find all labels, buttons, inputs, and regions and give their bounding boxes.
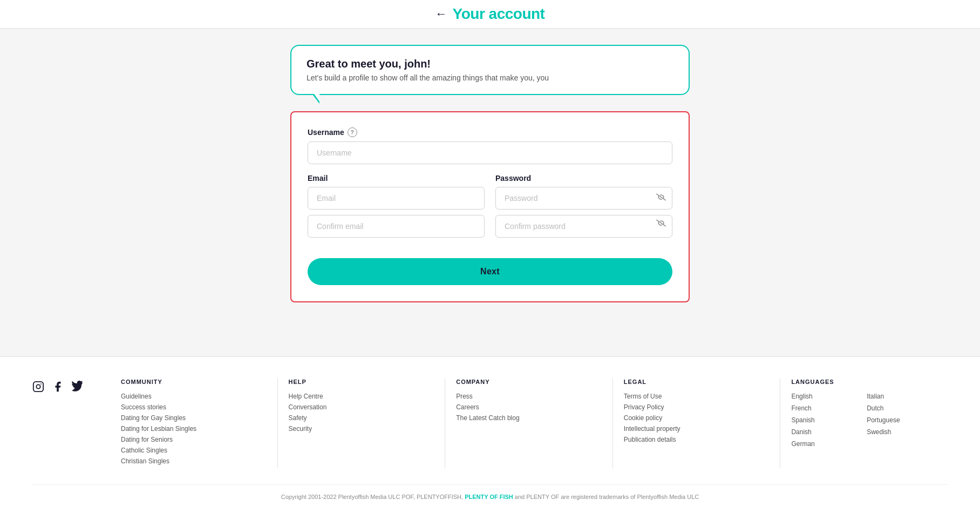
lang-italian[interactable]: Italian	[867, 393, 937, 400]
footer-link-blog[interactable]: The Latest Catch blog	[456, 414, 602, 422]
footer-columns: COMMUNITY Guidelines Success stories Dat…	[110, 379, 948, 468]
confirm-password-toggle-icon[interactable]	[656, 219, 666, 229]
email-input[interactable]	[308, 187, 485, 210]
page-title: Your account	[453, 5, 545, 23]
email-label: Email	[308, 174, 485, 183]
lang-dutch[interactable]: Dutch	[867, 404, 937, 412]
next-button[interactable]: Next	[308, 258, 672, 285]
legal-column: LEGAL Terms of Use Privacy Policy Cookie…	[613, 379, 781, 468]
svg-point-2	[40, 383, 42, 384]
twitter-icon[interactable]	[71, 381, 83, 396]
footer-link-guidelines[interactable]: Guidelines	[121, 393, 267, 400]
lang-french[interactable]: French	[791, 404, 861, 412]
password-toggle-icon[interactable]	[656, 193, 666, 203]
languages-title: LANGUAGES	[791, 379, 937, 385]
footer-link-gay[interactable]: Dating for Gay Singles	[121, 414, 267, 422]
confirm-password-input[interactable]	[495, 215, 672, 238]
community-column: COMMUNITY Guidelines Success stories Dat…	[110, 379, 278, 468]
email-password-row: Email Password	[308, 174, 672, 243]
footer-link-safety[interactable]: Safety	[289, 414, 434, 422]
lang-portuguese[interactable]: Portuguese	[867, 416, 937, 424]
instagram-icon[interactable]	[32, 381, 44, 396]
legal-title: LEGAL	[624, 379, 770, 385]
company-column: COMPANY Press Careers The Latest Catch b…	[445, 379, 613, 468]
footer-link-security[interactable]: Security	[289, 425, 434, 433]
welcome-bubble: Great to meet you, john! Let's build a p…	[290, 45, 690, 95]
username-input[interactable]	[308, 141, 672, 164]
social-links	[32, 379, 83, 468]
lang-spanish[interactable]: Spanish	[791, 416, 861, 424]
footer-link-privacy[interactable]: Privacy Policy	[624, 403, 770, 411]
footer-link-publication[interactable]: Publication details	[624, 436, 770, 443]
footer: COMMUNITY Guidelines Success stories Dat…	[0, 356, 980, 513]
back-button[interactable]: ←	[435, 7, 447, 21]
lang-english[interactable]: English	[791, 393, 861, 400]
lang-swedish[interactable]: Swedish	[867, 428, 937, 436]
password-group: Password	[495, 174, 672, 243]
footer-link-success[interactable]: Success stories	[121, 403, 267, 411]
page-header: ← Your account	[0, 0, 980, 29]
footer-link-careers[interactable]: Careers	[456, 403, 602, 411]
footer-link-terms[interactable]: Terms of Use	[624, 393, 770, 400]
footer-link-conversation[interactable]: Conversation	[289, 403, 434, 411]
lang-german[interactable]: German	[791, 440, 861, 448]
footer-link-ip[interactable]: Intellectual property	[624, 425, 770, 433]
username-help-icon[interactable]: ?	[348, 127, 357, 137]
password-label: Password	[495, 174, 672, 183]
password-input[interactable]	[495, 187, 672, 210]
email-group: Email	[308, 174, 485, 243]
footer-link-helpcentre[interactable]: Help Centre	[289, 393, 434, 400]
svg-point-1	[36, 384, 40, 388]
lang-danish[interactable]: Danish	[791, 428, 861, 436]
username-label: Username ?	[308, 127, 672, 137]
facebook-icon[interactable]	[52, 381, 64, 396]
languages-column: LANGUAGES English Italian French Dutch S…	[780, 379, 948, 468]
company-title: COMPANY	[456, 379, 602, 385]
help-column: HELP Help Centre Conversation Safety Sec…	[278, 379, 446, 468]
footer-link-press[interactable]: Press	[456, 393, 602, 400]
main-content: Great to meet you, john! Let's build a p…	[280, 29, 700, 324]
footer-link-christian[interactable]: Christian Singles	[121, 457, 267, 465]
footer-copyright: Copyright 2001-2022 Plentyoffish Media U…	[32, 484, 948, 500]
community-title: COMMUNITY	[121, 379, 267, 385]
bubble-text: Let's build a profile to show off all th…	[307, 73, 673, 82]
footer-link-catholic[interactable]: Catholic Singles	[121, 447, 267, 454]
confirm-email-input[interactable]	[308, 215, 485, 238]
bubble-title: Great to meet you, john!	[307, 58, 673, 70]
registration-form: Username ? Email Password	[290, 111, 690, 302]
footer-link-cookie[interactable]: Cookie policy	[624, 414, 770, 422]
footer-link-seniors[interactable]: Dating for Seniors	[121, 436, 267, 443]
svg-rect-0	[33, 382, 43, 392]
help-title: HELP	[289, 379, 434, 385]
footer-link-lesbian[interactable]: Dating for Lesbian Singles	[121, 425, 267, 433]
